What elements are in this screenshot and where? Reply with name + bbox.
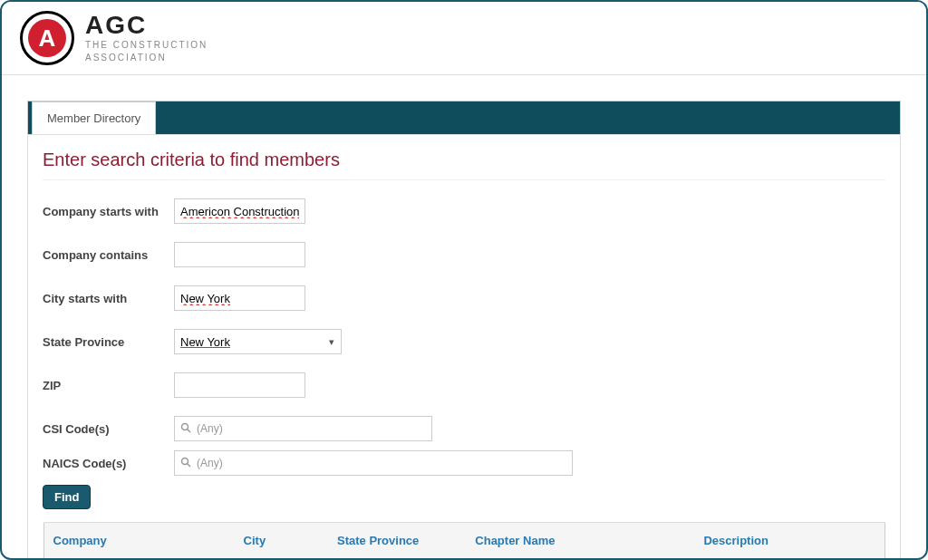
state-province-label: State Province	[43, 335, 174, 349]
company-contains-input[interactable]	[174, 242, 305, 267]
zip-label: ZIP	[43, 379, 174, 392]
city-starts-input[interactable]	[174, 285, 305, 311]
col-company[interactable]: Company	[44, 523, 235, 560]
csi-placeholder: (Any)	[197, 422, 223, 435]
csi-codes-label: CSI Code(s)	[43, 422, 174, 436]
find-button[interactable]: Find	[43, 485, 91, 509]
search-icon	[180, 457, 191, 470]
header: A AGC THE CONSTRUCTION ASSOCIATION	[2, 2, 926, 74]
logo-text-block: AGC THE CONSTRUCTION ASSOCIATION	[85, 13, 208, 63]
tab-bar: Member Directory	[27, 101, 901, 134]
company-contains-label: Company contains	[43, 248, 174, 262]
svg-point-0	[182, 423, 188, 430]
svg-point-2	[182, 458, 188, 464]
naics-codes-label: NAICS Code(s)	[43, 457, 174, 470]
app-frame: A AGC THE CONSTRUCTION ASSOCIATION Membe…	[0, 0, 928, 560]
results-header-row: Company City State Province Chapter Name…	[44, 523, 884, 560]
results-table: Company City State Province Chapter Name…	[43, 522, 885, 560]
col-chapter[interactable]: Chapter Name	[466, 523, 694, 560]
naics-codes-input[interactable]: (Any)	[174, 450, 573, 476]
company-starts-label: Company starts with	[43, 205, 174, 218]
col-city[interactable]: City	[235, 523, 328, 560]
logo-letter: A	[28, 19, 66, 57]
svg-line-1	[188, 429, 191, 432]
main-panel: Enter search criteria to find members Co…	[27, 134, 901, 560]
state-province-value: New York	[180, 335, 230, 349]
company-starts-input[interactable]	[174, 198, 305, 224]
logo-emblem: A	[20, 11, 74, 65]
col-state[interactable]: State Province	[328, 523, 466, 560]
logo-title: AGC	[85, 13, 208, 38]
zip-input[interactable]	[174, 372, 305, 398]
logo-subtitle-2: ASSOCIATION	[85, 53, 208, 63]
state-province-select: New York	[174, 329, 342, 354]
col-description[interactable]: Description	[694, 523, 884, 560]
content-wrap: Member Directory Enter search criteria t…	[2, 75, 926, 560]
page-heading: Enter search criteria to find members	[43, 150, 885, 180]
search-icon	[180, 422, 191, 436]
state-province-select-wrap[interactable]: New York	[174, 329, 342, 354]
svg-line-3	[188, 463, 191, 467]
tab-member-directory[interactable]: Member Directory	[32, 101, 156, 134]
city-starts-label: City starts with	[43, 292, 174, 305]
naics-placeholder: (Any)	[197, 457, 223, 469]
logo-subtitle-1: THE CONSTRUCTION	[85, 40, 208, 51]
csi-codes-input[interactable]: (Any)	[174, 416, 432, 441]
